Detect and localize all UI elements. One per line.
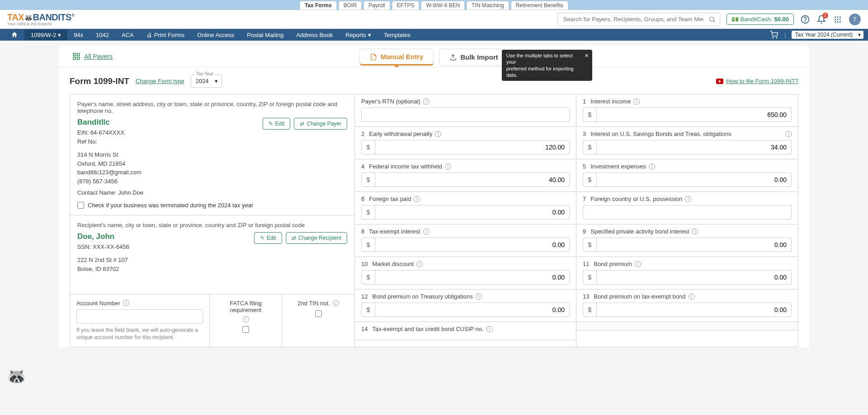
top-tab-payroll[interactable]: Payroll xyxy=(363,1,390,10)
svg-point-11 xyxy=(837,21,839,22)
change-form-type-link[interactable]: Change Form type xyxy=(136,78,184,84)
top-tab-tin[interactable]: TIN Matching xyxy=(467,1,509,10)
box2-input[interactable] xyxy=(375,140,569,154)
help-icon[interactable] xyxy=(800,14,810,24)
top-tab-w9w8[interactable]: W-9/W-8 BEN xyxy=(421,1,465,10)
second-tin-checkbox[interactable] xyxy=(315,310,322,317)
info-icon[interactable]: i xyxy=(633,98,640,105)
account-number-helper: If you leave the field blank, we will au… xyxy=(76,326,203,342)
search-input[interactable] xyxy=(557,13,720,26)
all-payers-link[interactable]: All Payers xyxy=(72,52,113,61)
account-number-cell: Account Number i If you leave the field … xyxy=(70,294,210,347)
box10-input[interactable] xyxy=(375,270,569,284)
box12-input[interactable] xyxy=(375,303,569,317)
info-icon[interactable]: i xyxy=(416,261,423,267)
rtn-input[interactable] xyxy=(362,108,569,121)
top-tab-boir[interactable]: BOIR xyxy=(339,1,362,10)
close-icon[interactable]: ✕ xyxy=(585,52,589,59)
info-icon[interactable]: i xyxy=(486,326,493,332)
change-payer-button[interactable]: ⇄Change Payer xyxy=(294,118,347,130)
svg-point-10 xyxy=(835,21,836,22)
tax-year-select[interactable]: Tax Year 2024 (Current) ▾ xyxy=(792,31,863,39)
info-icon[interactable]: i xyxy=(423,98,429,105)
pencil-icon: ✎ xyxy=(269,121,273,127)
terminated-label: Check if your business was terminated du… xyxy=(88,202,253,209)
box1-input[interactable] xyxy=(597,108,791,121)
box4-input[interactable] xyxy=(375,173,569,187)
nav-aca[interactable]: ACA xyxy=(115,30,140,40)
info-icon[interactable]: i xyxy=(635,261,641,267)
tax-year-dropdown[interactable]: Tax Year 2024 ▾ xyxy=(191,75,222,88)
box5-input[interactable] xyxy=(597,173,791,187)
box8-input[interactable] xyxy=(375,238,569,252)
search-icon[interactable] xyxy=(708,16,716,23)
nav-online-access[interactable]: Online Access xyxy=(191,30,241,40)
info-icon[interactable]: i xyxy=(123,300,129,306)
top-tabs-bar: Tax Forms BOIR Payroll EFTPS W-9/W-8 BEN… xyxy=(0,0,868,10)
info-icon[interactable]: i xyxy=(476,294,482,300)
box9-input[interactable] xyxy=(597,238,791,252)
info-icon[interactable]: i xyxy=(689,294,695,300)
payer-contact: Contact Name: John Doe xyxy=(77,188,143,197)
cash-icon: 💵 xyxy=(731,16,739,23)
top-tab-tax-forms[interactable]: Tax Forms xyxy=(300,1,337,10)
info-icon[interactable]: i xyxy=(423,228,429,235)
how-to-file-link[interactable]: How to file Form 1099-INT? xyxy=(716,78,798,84)
top-tab-eftps[interactable]: EFTPS xyxy=(392,1,420,10)
youtube-icon xyxy=(716,79,723,84)
box11-input[interactable] xyxy=(597,270,791,284)
info-icon[interactable]: i xyxy=(414,196,420,202)
sub-nav: All Payers Manual Entry Bulk Import Use … xyxy=(59,46,809,67)
recipient-section-label: Recipient's name, city or town, state or… xyxy=(77,222,347,228)
form-area: Form 1099-INT Change Form type Tax Year … xyxy=(59,67,809,347)
payer-phone: (878) 567-3456 xyxy=(77,177,143,186)
avatar[interactable]: T xyxy=(849,14,861,25)
payer-section: Payer's name, street address, city or to… xyxy=(70,94,354,215)
nav-94x[interactable]: 94x xyxy=(67,30,90,40)
svg-line-1 xyxy=(713,21,715,22)
printer-icon: 🖨 xyxy=(146,32,152,38)
search-wrap xyxy=(557,13,720,26)
box13-input[interactable] xyxy=(597,303,791,317)
fatca-checkbox[interactable] xyxy=(242,326,249,333)
bell-icon[interactable]: 1 xyxy=(816,14,826,24)
apps-icon[interactable] xyxy=(833,14,843,24)
box7-input[interactable] xyxy=(583,205,791,219)
tab-bulk-import[interactable]: Bulk Import xyxy=(439,49,508,65)
info-icon[interactable]: i xyxy=(649,163,655,170)
change-recipient-button[interactable]: ⇄Change Recipient xyxy=(286,232,347,244)
info-icon[interactable]: i xyxy=(692,228,698,235)
svg-point-4 xyxy=(835,16,836,18)
box6-input[interactable] xyxy=(375,205,569,219)
chevron-down-icon: ▾ xyxy=(368,32,371,38)
nav-1099w2[interactable]: 1099/W-2 ▾ xyxy=(24,30,67,40)
terminated-checkbox[interactable] xyxy=(77,202,84,209)
nav-print-forms[interactable]: 🖨 Print Forms xyxy=(140,30,191,40)
nav-reports[interactable]: Reports ▾ xyxy=(339,30,377,40)
mascot-icon[interactable]: 🦝 xyxy=(6,367,25,386)
info-icon[interactable]: i xyxy=(333,300,339,306)
nav-templates[interactable]: Templates xyxy=(377,30,417,40)
svg-point-0 xyxy=(709,17,713,21)
logo[interactable]: TAX🦝BANDITS® Your 1099 & W2 Experts xyxy=(7,12,74,26)
recipient-section: Recipient's name, city or town, state or… xyxy=(70,215,354,294)
info-icon[interactable]: i xyxy=(685,196,691,202)
nav-home-icon[interactable] xyxy=(5,29,24,40)
svg-point-9 xyxy=(840,19,841,20)
top-tab-retirement[interactable]: Retirement Benefits xyxy=(511,1,568,10)
edit-payer-button[interactable]: ✎Edit xyxy=(263,118,291,130)
cart-icon[interactable] xyxy=(769,30,779,40)
info-icon[interactable]: i xyxy=(785,131,792,137)
tab-manual-entry[interactable]: Manual Entry xyxy=(359,49,434,65)
payer-ein: EIN: 64-674XXXX xyxy=(77,128,143,137)
nav-1042[interactable]: 1042 xyxy=(90,30,115,40)
nav-address-book[interactable]: Address Book xyxy=(290,30,339,40)
bandit-cash-chip[interactable]: 💵 BanditCash: $0.00 xyxy=(726,14,794,25)
info-icon[interactable]: i xyxy=(243,316,249,322)
info-icon[interactable]: i xyxy=(445,163,451,170)
box3-input[interactable] xyxy=(597,140,791,154)
nav-postal[interactable]: Postal Mailing xyxy=(241,30,290,40)
info-icon[interactable]: i xyxy=(435,131,441,137)
edit-recipient-button[interactable]: ✎Edit xyxy=(254,232,282,244)
account-number-input[interactable] xyxy=(77,310,203,323)
